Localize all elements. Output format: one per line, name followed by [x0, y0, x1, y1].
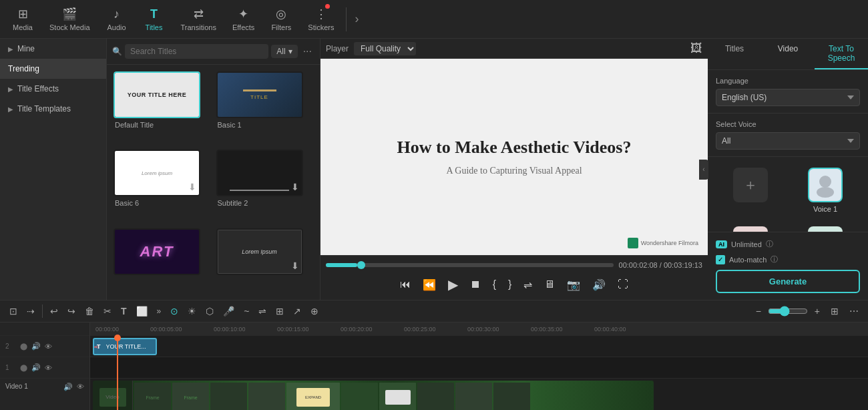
crop-button[interactable]: ⬜ [132, 303, 152, 319]
title-card-basic1-img[interactable]: TITLE [216, 71, 303, 118]
search-input[interactable] [125, 44, 268, 59]
progress-handle[interactable] [357, 261, 365, 269]
toolbar-transitions[interactable]: ⇄ Transitions [174, 4, 223, 34]
voice-card-jenny[interactable]: Jenny [716, 222, 785, 232]
delete-button[interactable]: 🗑 [81, 303, 98, 319]
progress-bar[interactable] [326, 263, 614, 267]
title-card-subtitle2[interactable]: ⬇ Subtitle 2 [216, 150, 314, 222]
audio-button[interactable]: 🔊 [590, 276, 608, 293]
filter-dropdown[interactable]: All ▾ [271, 45, 297, 58]
redo-button[interactable]: ↪ [63, 303, 79, 319]
unlimited-info-icon[interactable]: ⓘ [766, 239, 773, 249]
toolbar-effects[interactable]: ✦ Effects [226, 4, 261, 34]
motion-track-button[interactable]: ↗ [289, 303, 305, 319]
title-card-default-img[interactable]: YOUR TITLE HERE [114, 71, 200, 118]
automatch-info-icon[interactable]: ⓘ [771, 254, 778, 264]
zoom-slider[interactable] [768, 306, 808, 317]
toolbar-titles[interactable]: T Titles [137, 5, 172, 34]
video-clip[interactable]: Video Frame Frame [93, 381, 654, 410]
rewind-button[interactable]: ⏮ [398, 276, 413, 292]
jason-avatar[interactable] [808, 226, 843, 232]
split-audio-button[interactable]: ⇌ [254, 303, 270, 319]
title-card-basic6[interactable]: Lorem ipsum ⬇ Basic 6 [114, 150, 211, 222]
title-card-lorem-img[interactable]: Lorem Ipsum ⬇ [216, 228, 303, 275]
language-select[interactable]: English (US) [716, 89, 860, 106]
title-card-basic6-img[interactable]: Lorem ipsum ⬇ [114, 150, 200, 196]
color-button[interactable]: ☀ [184, 303, 200, 319]
play-button[interactable]: ▶ [446, 274, 460, 294]
video1-audio-icon[interactable]: 🔊 [63, 383, 73, 391]
video1-eye-icon[interactable]: 👁 [77, 383, 84, 391]
toolbar-audio[interactable]: ♪ Audio [99, 5, 134, 34]
add-voice-card[interactable]: ＋ [716, 164, 785, 217]
ripple-button[interactable]: ⇢ [23, 303, 39, 319]
title-card-art-img[interactable]: ART [114, 228, 200, 275]
undo-button[interactable]: ↩ [46, 303, 62, 319]
fullscreen-button[interactable]: ⛶ [616, 276, 630, 292]
toolbar-stock-media[interactable]: 🎬 Stock Media [43, 4, 97, 34]
speed-button[interactable]: » [153, 304, 166, 319]
scene-detect-button[interactable]: ⊞ [272, 303, 288, 319]
track2-eye-icon[interactable]: 👁 [45, 343, 52, 351]
audio-mix-button[interactable]: ~ [240, 303, 253, 319]
mark-in-button[interactable]: { [491, 276, 498, 292]
voice-button[interactable]: 🎤 [219, 303, 238, 319]
voice1-avatar[interactable] [808, 168, 843, 202]
toolbar-stickers[interactable]: ⋮ Stickers [301, 4, 341, 34]
track1-audio-icon[interactable]: 🔊 [31, 363, 41, 372]
title-card-subtitle2-label: Subtitle 2 [216, 199, 314, 207]
grid-view-button[interactable]: ⊞ [827, 303, 843, 319]
add-voice-button[interactable]: ＋ [733, 168, 768, 202]
stop-button[interactable]: ⏹ [468, 276, 483, 292]
collapse-left-button[interactable]: ‹ [699, 160, 708, 180]
jenny-avatar[interactable] [733, 226, 768, 232]
title-card-default[interactable]: YOUR TITLE HERE Default Title [114, 71, 211, 144]
sidebar-item-title-effects[interactable]: ▶ Title Effects [0, 79, 106, 99]
mask-button[interactable]: ⬡ [202, 303, 218, 319]
tab-video[interactable]: Video [761, 39, 815, 69]
stabilize-button[interactable]: ⇌ [521, 276, 534, 293]
sidebar-item-mine[interactable]: ▶ Mine [0, 39, 106, 59]
tab-titles[interactable]: Titles [708, 39, 761, 69]
add-marker-button[interactable]: ⊕ [306, 303, 322, 319]
track2-audio-icon[interactable]: 🔊 [31, 342, 41, 351]
generate-button[interactable]: Generate [716, 270, 860, 293]
zoom-out-button[interactable]: − [752, 303, 765, 319]
automatch-checkbox[interactable]: ✓ [716, 255, 725, 264]
step-back-button[interactable]: ⏪ [421, 276, 438, 293]
text-button[interactable]: T [117, 303, 131, 319]
svg-point-1 [817, 187, 834, 198]
title-clip[interactable]: T ✂ YOUR TITLE... [93, 338, 157, 355]
subtitle2-download-icon: ⬇ [291, 182, 299, 192]
left-panel: ▶ Mine Trending ▶ Title Effects ▶ Title … [0, 39, 107, 300]
preview-image-icon[interactable]: 🖼 [690, 41, 702, 55]
title-card-basic1[interactable]: TITLE Basic 1 [216, 71, 314, 144]
tab-text-to-speech[interactable]: Text To Speech [815, 39, 868, 69]
sidebar-item-trending[interactable]: Trending [0, 59, 106, 79]
cut-button[interactable]: ✂ [99, 303, 116, 319]
voice-card-jason[interactable]: Jason [791, 222, 860, 232]
more-tl-button[interactable]: ⋯ [845, 303, 863, 319]
title-card-art[interactable]: ART [114, 228, 211, 293]
voice-filter-select[interactable]: All [716, 132, 860, 150]
snap-tool-button[interactable]: ⊡ [5, 303, 21, 319]
title-card-lorem[interactable]: Lorem Ipsum ⬇ [216, 228, 314, 293]
preview-watermark: Wondershare Filmora [641, 240, 698, 246]
quality-select[interactable]: Full Quality 1/2 Quality 1/4 Quality [354, 42, 416, 55]
more-options-icon[interactable]: ··· [300, 44, 314, 59]
monitor-button[interactable]: 🖥 [542, 276, 557, 292]
sidebar-item-title-templates[interactable]: ▶ Title Templates [0, 99, 106, 119]
title-card-subtitle2-img[interactable]: ⬇ [216, 150, 303, 196]
toolbar-expand[interactable]: › [352, 9, 361, 29]
current-time: 00:00:02:08 / 00:03:19:13 [619, 261, 702, 269]
playhead[interactable] [117, 336, 118, 410]
record-button[interactable]: ⊙ [166, 303, 182, 319]
toolbar-media[interactable]: ⊞ Media [5, 4, 40, 34]
voice-card-voice1[interactable]: Voice 1 [791, 164, 860, 217]
zoom-in-button[interactable]: + [811, 303, 824, 319]
toolbar-filters[interactable]: ◎ Filters [264, 4, 298, 34]
voice1-avatar-svg [813, 172, 838, 198]
screenshot-button[interactable]: 📷 [565, 276, 582, 293]
mark-out-button[interactable]: } [506, 276, 513, 292]
track1-eye-icon[interactable]: 👁 [45, 364, 52, 372]
